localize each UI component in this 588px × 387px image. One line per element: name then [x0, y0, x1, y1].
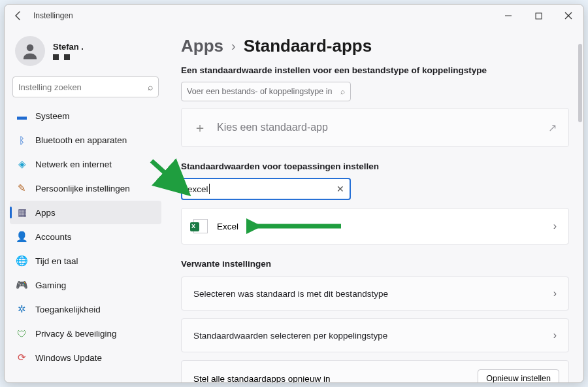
- sidebar-label: Bluetooth en apparaten: [35, 135, 127, 145]
- sidebar-item-accounts[interactable]: 👤Accounts: [10, 225, 161, 248]
- app-result-name: Excel: [217, 222, 238, 231]
- brush-icon: ✎: [16, 183, 27, 194]
- sidebar-label: Tijd en taal: [35, 256, 78, 266]
- search-icon: ⌕: [340, 87, 345, 96]
- svg-rect-1: [536, 13, 542, 19]
- maximize-button[interactable]: [523, 5, 553, 27]
- sidebar-label: Netwerk en internet: [35, 160, 112, 169]
- window-title: Instellingen: [33, 11, 73, 20]
- update-icon: ⟳: [16, 352, 27, 363]
- profile-block[interactable]: Stefan .: [8, 31, 163, 75]
- sidebar: Stefan . ⌕ ▬Systeem ᛒBluetooth en appara…: [5, 27, 167, 382]
- window-controls: [493, 5, 583, 27]
- sidebar-item-gaming[interactable]: 🎮Gaming: [10, 273, 161, 297]
- open-external-icon: ↗: [548, 122, 557, 134]
- shield-icon: 🛡: [16, 328, 27, 339]
- clear-icon[interactable]: ✕: [336, 184, 344, 194]
- excel-icon: [193, 219, 208, 233]
- sidebar-item-system[interactable]: ▬Systeem: [10, 104, 161, 127]
- breadcrumb: Apps › Standaard-apps: [181, 36, 569, 56]
- back-button[interactable]: [7, 5, 29, 27]
- related-link-label: Selecteren was standaard is met dit best…: [193, 289, 388, 299]
- search-icon: ⌕: [148, 82, 153, 92]
- related-link-label: Standaardwaarden selecteren per koppelin…: [193, 331, 387, 341]
- related-link-protocol[interactable]: Standaardwaarden selecteren per koppelin…: [181, 318, 569, 352]
- plus-icon: ＋: [193, 119, 206, 137]
- sidebar-nav: ▬Systeem ᛒBluetooth en apparaten ◈Netwer…: [8, 104, 163, 369]
- sidebar-label: Apps: [35, 208, 56, 218]
- main-content: Apps › Standaard-apps Een standaardwaard…: [167, 27, 583, 382]
- minimize-button[interactable]: [493, 5, 523, 27]
- close-button[interactable]: [553, 5, 583, 27]
- sidebar-item-apps[interactable]: ▦Apps: [10, 201, 161, 224]
- app-result-excel[interactable]: Excel ›: [181, 208, 569, 244]
- sidebar-item-privacy[interactable]: 🛡Privacy & beveiliging: [10, 322, 161, 345]
- related-heading: Verwante instellingen: [181, 259, 569, 269]
- avatar: [15, 36, 45, 66]
- sidebar-label: Accounts: [35, 232, 72, 242]
- sidebar-label: Persoonlijke instellingen: [35, 184, 130, 194]
- reset-label: Stel alle standaardapps opnieuw in: [193, 374, 330, 383]
- search-input[interactable]: [18, 82, 136, 92]
- chevron-right-icon: ›: [553, 329, 557, 341]
- choose-app-label: Kies een standaard-app: [217, 122, 328, 133]
- sidebar-item-update[interactable]: ⟳Windows Update: [10, 346, 161, 369]
- breadcrumb-parent[interactable]: Apps: [181, 36, 223, 56]
- appdefaults-heading: Standaardwaarden voor toepassingen inste…: [181, 161, 569, 171]
- sidebar-item-personalization[interactable]: ✎Persoonlijke instellingen: [10, 177, 161, 200]
- chevron-right-icon: ›: [553, 288, 557, 299]
- body: Stefan . ⌕ ▬Systeem ᛒBluetooth en appara…: [5, 27, 583, 382]
- globe-icon: 🌐: [16, 256, 27, 267]
- reset-defaults-panel: Stel alle standaardapps opnieuw in Opnie…: [181, 360, 569, 382]
- sidebar-label: Systeem: [35, 111, 70, 121]
- sidebar-item-time[interactable]: 🌐Tijd en taal: [10, 249, 161, 273]
- sidebar-item-network[interactable]: ◈Netwerk en internet: [10, 152, 161, 176]
- settings-window: Instellingen Stefan . ⌕: [4, 4, 584, 383]
- accounts-icon: 👤: [16, 231, 27, 243]
- choose-default-app-panel[interactable]: ＋ Kies een standaard-app ↗: [181, 108, 569, 147]
- page-title: Standaard-apps: [244, 36, 372, 56]
- profile-email-masked: [53, 54, 84, 60]
- reset-button[interactable]: Opnieuw instellen: [478, 369, 559, 382]
- filetype-heading: Een standaardwaarde instellen voor een b…: [181, 65, 569, 75]
- bluetooth-icon: ᛒ: [16, 135, 27, 146]
- profile-text: Stefan .: [53, 42, 84, 60]
- text-cursor: [209, 184, 210, 194]
- sidebar-label: Toegankelijkheid: [35, 305, 101, 314]
- settings-search[interactable]: ⌕: [12, 76, 159, 97]
- related-link-filetype[interactable]: Selecteren was standaard is met dit best…: [181, 277, 569, 311]
- app-search-input[interactable]: excel ✕: [181, 178, 351, 200]
- system-icon: ▬: [16, 110, 27, 122]
- sidebar-item-accessibility[interactable]: ✲Toegankelijkheid: [10, 297, 161, 321]
- titlebar: Instellingen: [5, 5, 583, 27]
- apps-icon: ▦: [16, 207, 27, 218]
- accessibility-icon: ✲: [16, 304, 27, 315]
- svg-point-4: [27, 44, 34, 52]
- filetype-input-placeholder: Voer een bestands- of koppelingstype in: [187, 87, 332, 96]
- sidebar-label: Gaming: [35, 280, 66, 290]
- sidebar-label: Windows Update: [35, 353, 102, 363]
- scrollbar[interactable]: [578, 44, 582, 122]
- filetype-input[interactable]: Voer een bestands- of koppelingstype in …: [181, 82, 351, 101]
- app-search-value: excel: [188, 184, 208, 194]
- wifi-icon: ◈: [16, 159, 27, 170]
- chevron-right-icon: ›: [231, 39, 236, 54]
- gaming-icon: 🎮: [16, 280, 27, 291]
- chevron-right-icon: ›: [553, 220, 557, 232]
- sidebar-item-bluetooth[interactable]: ᛒBluetooth en apparaten: [10, 128, 161, 152]
- sidebar-label: Privacy & beveiliging: [35, 329, 117, 339]
- profile-name: Stefan .: [53, 42, 84, 52]
